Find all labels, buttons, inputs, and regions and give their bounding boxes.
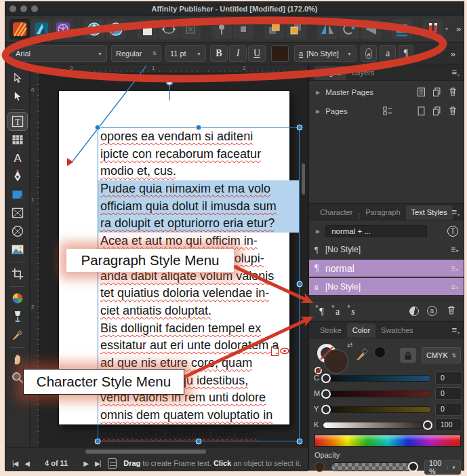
tab-layers[interactable]: Layers bbox=[346, 66, 380, 80]
table-tool[interactable] bbox=[8, 131, 27, 148]
rotate-selection-icon[interactable] bbox=[339, 19, 359, 39]
add-page-icon[interactable] bbox=[416, 106, 426, 117]
text-color-swatch[interactable] bbox=[271, 45, 289, 62]
color-panel-menu-icon[interactable]: ≡ bbox=[451, 325, 460, 335]
frame-handle-top-left[interactable] bbox=[95, 125, 101, 131]
first-page-button[interactable]: |◀ bbox=[12, 460, 18, 467]
style-menu-icon[interactable]: ≡ bbox=[451, 264, 458, 273]
tab-stroke[interactable]: Stroke bbox=[314, 323, 347, 338]
yellow-value-field[interactable]: 0 bbox=[435, 403, 462, 416]
underline-button[interactable]: U bbox=[248, 45, 266, 62]
character-style-select[interactable]: a [No Style] ▼ bbox=[294, 45, 357, 62]
dim-checkbox-icon[interactable] bbox=[180, 19, 201, 39]
cyan-slider-thumb[interactable] bbox=[321, 374, 331, 383]
send-backward-icon[interactable] bbox=[286, 19, 306, 39]
tab-swatches[interactable]: Swatches bbox=[375, 323, 419, 338]
publisher-app-icon[interactable] bbox=[9, 19, 30, 39]
page-list-view-icon[interactable] bbox=[382, 106, 393, 117]
photo-app-icon[interactable] bbox=[53, 19, 73, 39]
next-page-button[interactable]: ▶ bbox=[83, 460, 88, 467]
vector-crop-tool[interactable] bbox=[8, 265, 27, 283]
add-master-icon[interactable] bbox=[416, 87, 426, 98]
frame-handle-bottom-mid[interactable] bbox=[196, 439, 202, 445]
picked-color-swatch[interactable] bbox=[374, 346, 386, 358]
snapping-magnet-icon[interactable] bbox=[423, 19, 443, 39]
frame-handle-right-mid[interactable] bbox=[297, 281, 303, 287]
tab-paragraph[interactable]: Paragraph bbox=[360, 205, 405, 220]
color-mode-select[interactable]: CMYK ⇅ bbox=[422, 347, 461, 363]
new-style-button[interactable]: +s bbox=[348, 305, 355, 317]
opacity-slider-thumb[interactable] bbox=[408, 462, 418, 472]
rotate-ellipse-icon[interactable] bbox=[159, 19, 179, 39]
picture-frame-rectangle-tool[interactable] bbox=[8, 204, 27, 222]
picture-frame-ellipse-tool[interactable] bbox=[8, 222, 27, 240]
frame-handle-bottom-right[interactable] bbox=[297, 439, 303, 445]
slash-badge-icon[interactable] bbox=[106, 19, 126, 39]
clear-character-style-icon[interactable]: a bbox=[427, 306, 437, 316]
magenta-slider-thumb[interactable] bbox=[321, 389, 331, 399]
disclosure-icon[interactable]: ▶ bbox=[316, 108, 320, 115]
anchor-square-icon[interactable] bbox=[233, 19, 253, 39]
transparency-tool[interactable] bbox=[8, 290, 27, 307]
style-menu-icon[interactable]: ≡ bbox=[451, 245, 458, 254]
overflow-eye-icon[interactable] bbox=[280, 347, 290, 355]
new-character-style-button[interactable]: +a bbox=[332, 305, 340, 317]
yellow-slider-thumb[interactable] bbox=[321, 405, 331, 414]
last-page-button[interactable]: ▶| bbox=[95, 460, 100, 467]
canvas-horizontal-scrollbar[interactable] bbox=[85, 450, 206, 454]
color-eyedropper-icon[interactable] bbox=[355, 346, 371, 361]
tab-character[interactable]: Character bbox=[314, 205, 358, 220]
delete-master-icon[interactable] bbox=[447, 86, 458, 98]
style-row-no-style-paragraph[interactable]: ¶ [No Style] ≡ bbox=[309, 241, 464, 258]
style-row-no-style-character[interactable]: a [No Style] ≡ bbox=[309, 278, 464, 295]
anchor-point-icon[interactable] bbox=[211, 19, 232, 39]
opacity-value-select[interactable]: 100 % ▼ bbox=[424, 460, 461, 475]
move-tool[interactable] bbox=[8, 70, 27, 87]
font-size-select[interactable]: 11 pt ▼ bbox=[165, 45, 206, 62]
node-tool[interactable] bbox=[8, 88, 27, 106]
black-slider-thumb[interactable] bbox=[423, 420, 432, 430]
magenta-value-field[interactable]: 0 bbox=[435, 387, 462, 400]
zoom-tool[interactable] bbox=[8, 369, 27, 386]
bold-button[interactable]: B bbox=[210, 45, 228, 62]
style-row-normal[interactable]: ¶ normal ≡ bbox=[309, 260, 464, 277]
frame-handle-bottom-left[interactable] bbox=[95, 439, 101, 445]
clear-character-format-button[interactable]: a bbox=[361, 45, 377, 62]
style-picker-tool[interactable] bbox=[8, 308, 27, 325]
black-value-field[interactable]: 100 bbox=[435, 418, 462, 431]
toolbar-overflow-button[interactable]: » bbox=[456, 24, 461, 34]
italic-button[interactable]: I bbox=[229, 45, 247, 62]
frame-handle-top-mid[interactable] bbox=[196, 125, 202, 131]
black-slider[interactable] bbox=[323, 422, 431, 429]
text-styles-menu-icon[interactable]: ≡ bbox=[451, 207, 460, 217]
view-tool[interactable] bbox=[8, 351, 27, 368]
preflight-icon[interactable] bbox=[108, 458, 117, 469]
cyan-slider[interactable] bbox=[323, 375, 431, 382]
current-style-field[interactable]: normal + ... bbox=[325, 225, 427, 237]
dropdown-caret-icon[interactable]: ▾ bbox=[445, 26, 448, 32]
rectangle-tool[interactable] bbox=[8, 186, 27, 203]
tab-text-styles[interactable]: Text Styles bbox=[406, 205, 453, 220]
pages-row[interactable]: ▶ Pages bbox=[309, 102, 464, 120]
delete-page-icon[interactable] bbox=[447, 105, 458, 117]
tab-pages[interactable]: Pages bbox=[314, 66, 346, 80]
opacity-slider[interactable] bbox=[331, 462, 418, 471]
typography-button[interactable]: a bbox=[380, 45, 396, 62]
previous-page-button[interactable]: ◀ bbox=[24, 460, 29, 467]
context-overflow-button[interactable]: » bbox=[447, 45, 460, 62]
lock-color-button[interactable] bbox=[400, 348, 416, 363]
cyan-value-field[interactable]: 0 bbox=[435, 372, 462, 384]
show-special-characters-button[interactable]: ¶ bbox=[399, 45, 413, 62]
place-image-tool[interactable] bbox=[8, 241, 27, 258]
yellow-slider[interactable] bbox=[323, 406, 431, 413]
flip-horizontal-icon[interactable] bbox=[317, 19, 338, 39]
rotation-handle[interactable] bbox=[166, 79, 174, 86]
move-badge-icon[interactable] bbox=[84, 19, 104, 39]
pen-tool[interactable] bbox=[8, 167, 27, 185]
bring-forward-icon[interactable] bbox=[264, 19, 285, 39]
frame-text-tool[interactable]: T bbox=[8, 113, 27, 130]
show-text-styles-icon[interactable]: T bbox=[447, 226, 458, 237]
disclosure-icon[interactable]: ▶ bbox=[316, 90, 320, 96]
opacity-color-swatch[interactable] bbox=[314, 462, 325, 472]
flip-vertical-icon[interactable] bbox=[361, 19, 381, 39]
